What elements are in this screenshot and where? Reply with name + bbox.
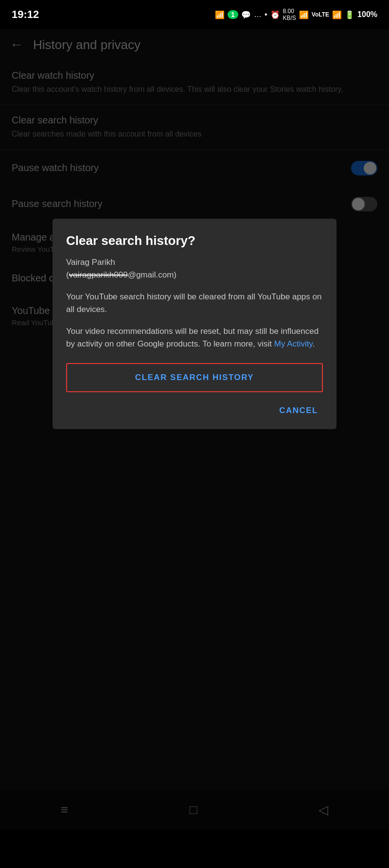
status-time: 19:12 (12, 8, 39, 21)
cancel-button[interactable]: CANCEL (274, 397, 323, 424)
chat-icon: … (254, 10, 262, 19)
my-activity-link[interactable]: My Activity (274, 339, 313, 348)
battery-percent: 100% (357, 10, 377, 19)
dialog-body-2-post: . (313, 339, 315, 348)
dialog-buttons: CLEAR SEARCH HISTORY CANCEL (66, 363, 323, 424)
sim-badge: 1 (228, 10, 238, 19)
battery-icon: 🔋 (345, 10, 354, 19)
message-icon: 💬 (241, 10, 251, 19)
wifi-icon: 📶 (215, 10, 225, 19)
signal-icon: 📶 (332, 10, 342, 19)
status-icons: 📶 1 💬 … • ⏰ 8.00KB/S 📶 VoLTE 📶 🔋 100% (215, 8, 377, 21)
dot-icon: • (265, 10, 267, 19)
dialog-body-2: Your video recommendations will be reset… (66, 325, 323, 351)
dialog-account-name: Vairag Parikh (66, 258, 115, 267)
dialog-title: Clear search history? (66, 233, 323, 248)
status-bar: 19:12 📶 1 💬 … • ⏰ 8.00KB/S 📶 VoLTE 📶 🔋 1… (0, 0, 389, 29)
settings-page: ← History and privacy Clear watch histor… (0, 29, 389, 829)
dialog-body-1: Your YouTube search history will be clea… (66, 291, 323, 316)
alarm-icon: ⏰ (270, 10, 280, 19)
speed-icon: 8.00KB/S (283, 8, 296, 21)
clear-btn-wrapper: CLEAR SEARCH HISTORY (66, 363, 323, 392)
wifi2-icon: 📶 (299, 10, 309, 19)
clear-search-history-dialog: Clear search history? Vairag Parikh (vai… (53, 219, 336, 429)
dialog-account: Vairag Parikh (vairagparikh000@gmail.com… (66, 256, 323, 281)
clear-search-history-button[interactable]: CLEAR SEARCH HISTORY (67, 364, 322, 391)
email-obfuscated: vairagparikh000 (69, 270, 128, 279)
dialog-account-email: (vairagparikh000@gmail.com) (66, 270, 177, 279)
lte-icon: VoLTE (312, 11, 329, 18)
